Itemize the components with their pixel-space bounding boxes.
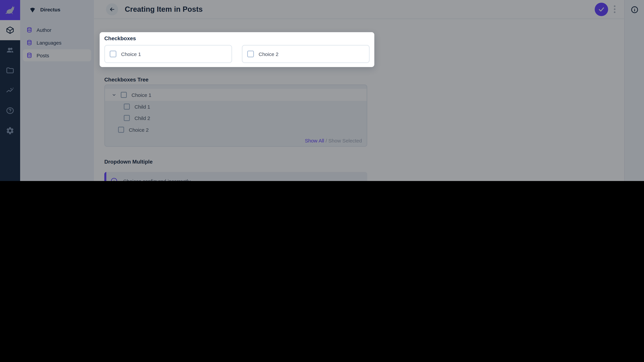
checkbox-choice2[interactable] — [247, 51, 254, 57]
app-window: Directus Author — [0, 0, 644, 181]
checkbox-label: Choice 2 — [258, 51, 278, 57]
field-label-checkboxes: Checkboxes — [104, 35, 370, 41]
checkbox-choice1[interactable] — [110, 51, 116, 57]
checkbox-label: Choice 1 — [121, 51, 141, 57]
checkbox-option-choice2[interactable]: Choice 2 — [242, 45, 370, 63]
checkboxes-field-card: Checkboxes Choice 1 Choice 2 — [100, 32, 374, 67]
dimming-overlay — [0, 0, 644, 181]
checkbox-option-choice1[interactable]: Choice 1 — [104, 45, 232, 63]
